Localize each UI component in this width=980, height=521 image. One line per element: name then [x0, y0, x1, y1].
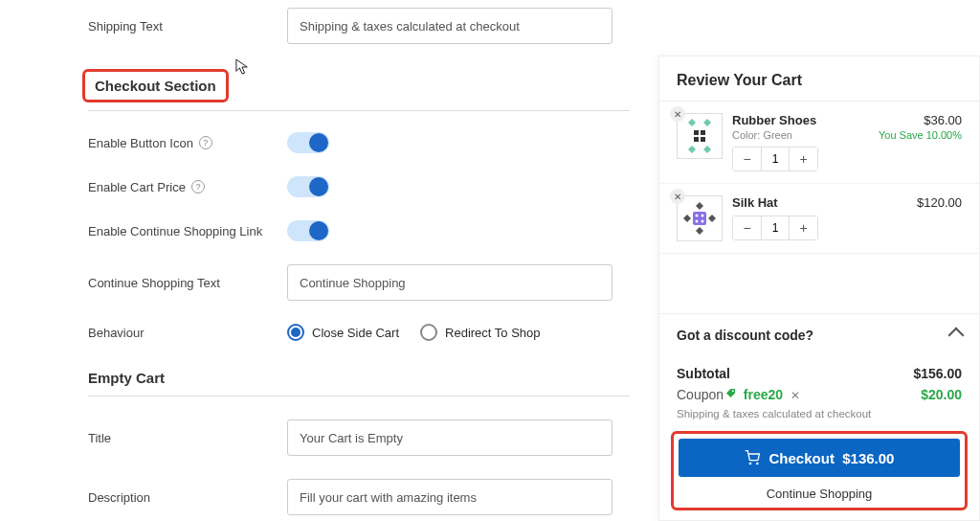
- subtotal-label: Subtotal: [677, 366, 730, 381]
- svg-marker-7: [703, 146, 711, 153]
- svg-point-10: [702, 215, 704, 217]
- remove-item-icon[interactable]: ✕: [670, 106, 685, 122]
- item-thumb: ✕: [677, 113, 723, 159]
- svg-marker-16: [708, 215, 716, 222]
- svg-point-12: [702, 220, 704, 223]
- svg-marker-15: [683, 215, 691, 222]
- qty-plus-button[interactable]: +: [790, 147, 817, 170]
- enable-button-icon-label: Enable Button Icon ?: [88, 136, 287, 150]
- svg-rect-1: [701, 130, 705, 135]
- empty-title-input[interactable]: [287, 419, 612, 456]
- continue-shopping-text-input[interactable]: [287, 264, 612, 301]
- svg-point-18: [749, 463, 750, 464]
- help-icon[interactable]: ?: [191, 180, 205, 193]
- checkout-button[interactable]: Checkout $136.00: [679, 439, 960, 477]
- qty-plus-button[interactable]: +: [790, 216, 817, 239]
- qty-minus-button[interactable]: −: [733, 216, 761, 239]
- item-name: Silk Hat: [732, 195, 885, 210]
- coupon-value: $20.00: [921, 387, 962, 402]
- svg-point-9: [696, 215, 699, 217]
- behaviour-label: Behaviour: [88, 326, 287, 340]
- svg-marker-5: [703, 119, 711, 126]
- svg-point-11: [696, 220, 699, 223]
- enable-continue-shopping-toggle[interactable]: [287, 220, 329, 241]
- svg-rect-8: [693, 212, 706, 225]
- svg-point-19: [756, 463, 757, 464]
- svg-marker-13: [696, 202, 703, 210]
- behaviour-redirect-radio[interactable]: Redirect To Shop: [420, 324, 541, 341]
- chevron-up-icon: [948, 328, 965, 344]
- cart-item: ✕ Silk Hat − + $120.00: [659, 184, 979, 254]
- coupon-label: Coupon free20 ✕: [677, 387, 800, 402]
- shipping-note: Shipping & taxes calculated at checkout: [677, 408, 962, 419]
- svg-marker-4: [688, 119, 696, 126]
- shipping-text-label: Shipping Text: [88, 19, 287, 34]
- item-meta: Color: Green: [732, 129, 869, 141]
- qty-input[interactable]: [761, 216, 790, 239]
- cart-item: ✕ Rubber Shoes Color: Green − + $36.00 Y…: [659, 102, 979, 184]
- cart-icon: [745, 450, 760, 465]
- shipping-text-input[interactable]: [287, 8, 612, 44]
- qty-input[interactable]: [761, 147, 790, 170]
- empty-cart-heading: Empty Cart: [88, 370, 630, 396]
- continue-shopping-text-label: Continue Shopping Text: [88, 276, 287, 290]
- continue-shopping-link[interactable]: Continue Shopping: [679, 477, 960, 503]
- behaviour-close-radio[interactable]: Close Side Cart: [287, 324, 399, 341]
- empty-title-label: Title: [88, 431, 287, 445]
- svg-rect-0: [694, 130, 699, 135]
- enable-cart-price-label: Enable Cart Price ?: [88, 180, 287, 194]
- svg-marker-14: [696, 227, 703, 235]
- enable-continue-shopping-label: Enable Continue Shopping Link: [88, 224, 287, 238]
- discount-toggle[interactable]: Got a discount code?: [659, 313, 979, 356]
- item-name: Rubber Shoes: [732, 113, 869, 127]
- empty-desc-label: Description: [88, 490, 287, 505]
- enable-button-icon-toggle[interactable]: [287, 132, 329, 153]
- item-price: $36.00: [879, 113, 962, 127]
- review-cart-heading: Review Your Cart: [677, 72, 962, 89]
- quantity-stepper[interactable]: − +: [732, 215, 818, 240]
- remove-coupon-icon[interactable]: ✕: [791, 389, 800, 402]
- item-price: $120.00: [895, 195, 962, 210]
- item-thumb: ✕: [677, 195, 723, 241]
- tag-icon: [727, 388, 738, 398]
- remove-item-icon[interactable]: ✕: [670, 189, 685, 204]
- checkout-section-heading: Checkout Section: [82, 69, 229, 102]
- checkout-highlight: Checkout $136.00 Continue Shopping: [671, 431, 968, 510]
- enable-cart-price-toggle[interactable]: [287, 176, 329, 197]
- item-save: You Save 10.00%: [879, 129, 962, 141]
- empty-desc-input[interactable]: [287, 479, 612, 515]
- svg-marker-6: [688, 146, 696, 153]
- svg-rect-2: [694, 137, 699, 142]
- quantity-stepper[interactable]: − +: [732, 147, 818, 171]
- qty-minus-button[interactable]: −: [733, 147, 761, 170]
- help-icon[interactable]: ?: [199, 136, 212, 149]
- cursor-icon: [235, 58, 249, 79]
- svg-rect-3: [701, 137, 705, 142]
- subtotal-value: $156.00: [913, 366, 962, 381]
